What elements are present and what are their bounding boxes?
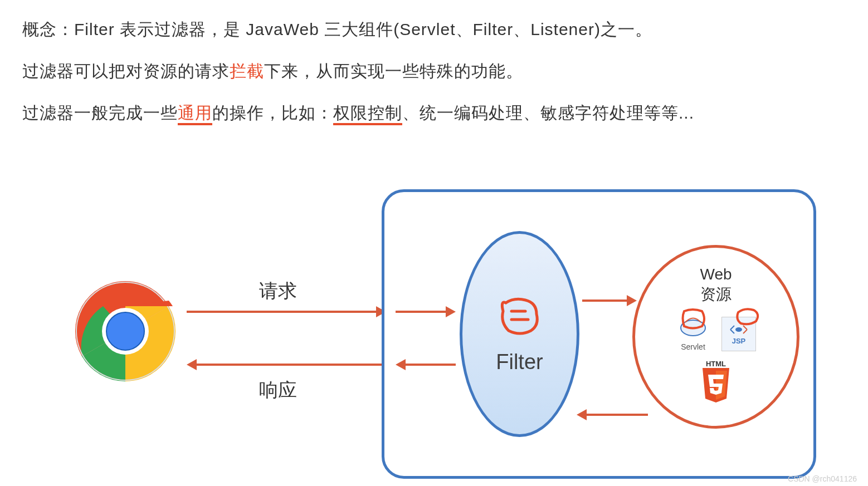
concept-line-1: 概念：Filter 表示过滤器，是 JavaWeb 三大组件(Servlet、F… xyxy=(22,8,846,50)
svg-point-8 xyxy=(735,327,742,332)
request-arrow-1 xyxy=(187,306,386,317)
text-segment: 过滤器一般完成一些 xyxy=(22,104,178,122)
concept-line-3: 过滤器一般完成一些通用的操作，比如：权限控制、统一编码处理、敏感字符处理等等..… xyxy=(22,92,846,134)
servlet-icon: Servlet xyxy=(676,308,710,351)
highlight-permission: 权限控制 xyxy=(333,104,402,125)
jsp-scribble xyxy=(733,306,766,328)
web-title-line1: Web xyxy=(700,266,732,283)
jsp-icon: JSP xyxy=(721,317,756,351)
concept-line-2: 过滤器可以把对资源的请求拦截下来，从而实现一些特殊的功能。 xyxy=(22,50,846,92)
text-segment: 概念：Filter 表示过滤器，是 JavaWeb 三大组件(Servlet、F… xyxy=(22,20,652,38)
highlight-intercept: 拦截 xyxy=(230,62,264,80)
watermark: CSDN @rch041126 xyxy=(788,474,857,483)
text-segment: 下来，从而实现一些特殊的功能。 xyxy=(264,62,523,80)
highlight-common: 通用 xyxy=(178,104,212,125)
web-title-line2: 资源 xyxy=(700,286,732,303)
filter-ellipse: Filter xyxy=(460,231,579,437)
text-segment: 、统一编码处理、敏感字符处理等等... xyxy=(402,104,694,122)
filter-label: Filter xyxy=(496,350,543,374)
text-segment: 的操作，比如： xyxy=(212,104,333,122)
resource-to-filter-arrow xyxy=(577,409,648,420)
web-resources-ellipse: Web 资源 Servlet xyxy=(632,245,799,429)
text-content: 概念：Filter 表示过滤器，是 JavaWeb 三大组件(Servlet、F… xyxy=(0,0,868,134)
servlet-scribble xyxy=(679,307,709,332)
web-resources-title: Web 资源 xyxy=(700,264,732,305)
html5-icon: HTML xyxy=(699,360,733,406)
text-segment: 过滤器可以把对资源的请求 xyxy=(22,62,230,80)
filter-scribble-icon xyxy=(495,294,545,339)
request-label: 请求 xyxy=(259,278,297,304)
html-label: HTML xyxy=(699,360,733,368)
response-label: 响应 xyxy=(259,377,297,403)
tech-icons-row: Servlet JSP xyxy=(676,308,756,351)
response-arrow-from-filter xyxy=(396,359,456,370)
filter-diagram: 请求 响应 Filter xyxy=(0,167,868,479)
servlet-label: Servlet xyxy=(681,342,705,351)
response-arrow-1 xyxy=(187,359,386,370)
filter-to-resource-arrow xyxy=(582,295,637,306)
request-arrow-into-filter xyxy=(396,306,456,317)
chrome-browser-icon xyxy=(72,278,178,384)
web-container-box: Filter Web 资源 xyxy=(382,189,816,479)
jsp-label: JSP xyxy=(732,337,746,345)
